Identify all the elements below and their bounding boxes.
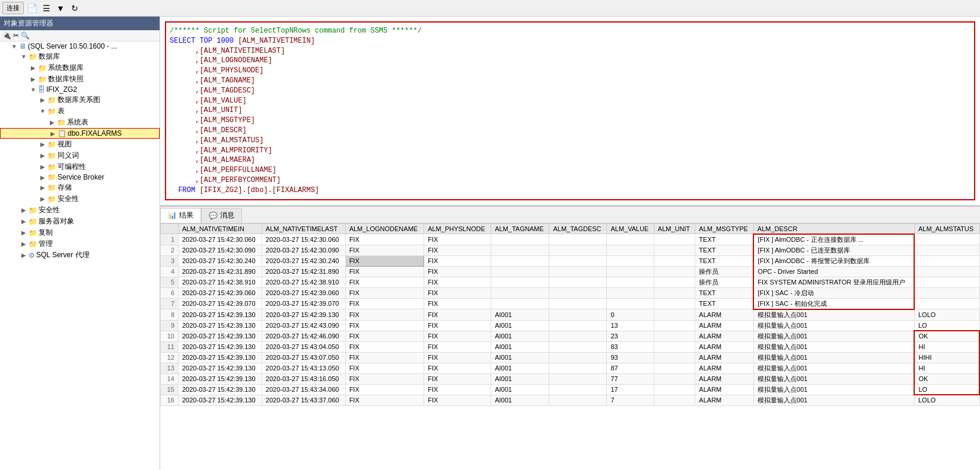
- cell-unit: [654, 234, 695, 245]
- results-table-wrapper[interactable]: ALM_NATIVETIMEIN ALM_NATIVETIMELAST ALM_…: [160, 223, 980, 470]
- sidebar-item-tables[interactable]: ▼ 📁 表: [0, 105, 160, 117]
- results-area: 📊 结果 💬 消息 ALM_NATIVETIMEIN ALM_NATIVETIM…: [160, 207, 980, 470]
- folder-icon: 📁: [47, 152, 56, 160]
- views-label: 视图: [58, 139, 72, 149]
- cell-value: 0: [607, 309, 654, 321]
- cell-tagdesc: [549, 309, 607, 321]
- expand-icon-db-snapshots: ▶: [28, 76, 38, 82]
- cell-msgtype: TEXT: [695, 234, 754, 245]
- sidebar-item-server-objects[interactable]: ▶ 📁 服务器对象: [0, 216, 160, 227]
- cell-descr: 模拟量输入点001: [753, 309, 914, 321]
- sql-line-4: ,[ALM_PHYSLNODE]: [170, 66, 971, 76]
- connect-toolbar-icon[interactable]: 🔌: [2, 31, 11, 40]
- cell-physnode: FIX: [424, 331, 491, 341]
- sql-editor-inner[interactable]: /****** Script for SelectTopNRows comman…: [165, 21, 975, 200]
- cell-rownum: 13: [161, 363, 179, 373]
- connect-button[interactable]: 连接: [2, 2, 24, 14]
- sidebar-item-views[interactable]: ▶ 📁 视图: [0, 139, 160, 150]
- cell-value: 23: [607, 331, 654, 341]
- cell-value: 13: [607, 320, 654, 331]
- cell-unit: [654, 287, 695, 298]
- databases-label: 数据库: [39, 52, 60, 62]
- expand-icon-management: ▶: [19, 241, 28, 247]
- cell-unit: [654, 341, 695, 352]
- sidebar-item-service-broker[interactable]: ▶ 📁 Service Broker: [0, 172, 160, 182]
- table-row: 122020-03-27 15:42:39.1302020-03-27 15:4…: [161, 352, 980, 363]
- sidebar-item-db-snapshots[interactable]: ▶ 📁 数据库快照: [0, 73, 160, 85]
- folder-icon: 📁: [47, 96, 56, 104]
- ifix-zg2-label: IFIX_ZG2: [46, 85, 77, 94]
- col-physnode-header: ALM_PHYSLNODE: [424, 223, 491, 234]
- cell-timelast: 2020-03-27 15:42:30.240: [262, 255, 345, 266]
- cell-tagdesc: [549, 341, 607, 352]
- folder-icon: 📁: [47, 184, 56, 192]
- cell-unit: [654, 245, 695, 255]
- sidebar-item-storage[interactable]: ▶ 📁 存储: [0, 182, 160, 193]
- cell-value: [607, 277, 654, 287]
- cell-timein: 2020-03-27 15:42:39.130: [179, 320, 262, 331]
- refresh-icon[interactable]: ↻: [69, 2, 81, 14]
- sidebar-item-db-diagrams[interactable]: ▶ 📁 数据库关系图: [0, 94, 160, 105]
- sidebar-item-security-db[interactable]: ▶ 📁 安全性: [0, 193, 160, 204]
- cell-almstatus: OK: [914, 373, 979, 384]
- folder-icon: 📁: [38, 64, 47, 72]
- sidebar-item-synonyms[interactable]: ▶ 📁 同义词: [0, 150, 160, 161]
- list-icon[interactable]: ☰: [40, 2, 52, 14]
- disconnect-toolbar-icon[interactable]: ✂: [13, 31, 19, 40]
- cell-unit: [654, 363, 695, 373]
- cell-timein: 2020-03-27 15:42:30.240: [179, 255, 262, 266]
- sidebar-item-programmability[interactable]: ▶ 📁 可编程性: [0, 161, 160, 172]
- folder-icon: 📁: [47, 140, 56, 149]
- table-row: 162020-03-27 15:42:39.1302020-03-27 15:4…: [161, 395, 980, 405]
- cell-rownum: 4: [161, 266, 179, 277]
- sql-line-12: ,[ALM_ALMPRIORITY]: [170, 146, 971, 156]
- folder-icon: 📁: [38, 75, 47, 84]
- sidebar-item-sys-tables[interactable]: ▶ 📁 系统表: [0, 117, 160, 128]
- sidebar-item-dbo-fixalarms[interactable]: ▶ 📋 dbo.FIXALARMS: [0, 128, 160, 139]
- tab-messages-label: 消息: [220, 210, 234, 220]
- filter-toolbar-icon[interactable]: 🔍: [21, 31, 30, 40]
- security-db-label: 安全性: [58, 194, 79, 204]
- cell-timein: 2020-03-27 15:42:39.130: [179, 395, 262, 405]
- cell-value: 7: [607, 395, 654, 405]
- sql-line-7: ,[ALM_VALUE]: [170, 96, 971, 106]
- cell-msgtype: TEXT: [695, 287, 754, 298]
- sidebar-item-security[interactable]: ▶ 📁 安全性: [0, 204, 160, 216]
- cell-rownum: 5: [161, 277, 179, 287]
- sidebar-item-system-dbs[interactable]: ▶ 📁 系统数据库: [0, 62, 160, 73]
- cell-msgtype: ALARM: [695, 363, 754, 373]
- filter-icon[interactable]: ▼: [55, 2, 66, 14]
- cell-descr: 模拟量输入点001: [753, 384, 914, 395]
- cell-rownum: 12: [161, 352, 179, 363]
- sidebar-item-ifix-zg2[interactable]: ▼ 🗄 IFIX_ZG2: [0, 85, 160, 94]
- cell-timelast: 2020-03-27 15:43:34.060: [262, 384, 345, 395]
- new-query-icon[interactable]: 📄: [26, 2, 38, 14]
- server-objects-label: 服务器对象: [39, 216, 74, 226]
- tab-results[interactable]: 📊 结果: [160, 208, 201, 223]
- cell-timelast: 2020-03-27 15:42:39.070: [262, 298, 345, 309]
- cell-tagname: AI001: [491, 341, 549, 352]
- cell-msgtype: ALARM: [695, 395, 754, 405]
- expand-icon-service-broker: ▶: [38, 174, 47, 181]
- sidebar-item-replication[interactable]: ▶ 📁 复制: [0, 227, 160, 238]
- management-label: 管理: [39, 239, 53, 249]
- table-row: 102020-03-27 15:42:39.1302020-03-27 15:4…: [161, 331, 980, 341]
- tab-messages[interactable]: 💬 消息: [201, 208, 242, 223]
- sidebar-item-server[interactable]: ▼ 🖥 (SQL Server 10.50.1600 - ...: [0, 41, 160, 51]
- sidebar-item-management[interactable]: ▶ 📁 管理: [0, 238, 160, 250]
- table-icon: 📋: [58, 129, 66, 138]
- sidebar-item-sql-agent[interactable]: ▶ ⚙ SQL Server 代理: [0, 250, 160, 261]
- cell-tagname: [491, 266, 549, 277]
- sql-line-3: ,[ALM_LOGNODENAME]: [170, 56, 971, 66]
- sql-line-13: ,[ALM_ALMAERA]: [170, 155, 971, 165]
- cell-unit: [654, 277, 695, 287]
- sidebar-item-databases[interactable]: ▼ 📁 数据库: [0, 51, 160, 62]
- cell-lognode: FIX: [345, 309, 424, 321]
- cell-timelast: 2020-03-27 15:42:30.090: [262, 245, 345, 255]
- expand-icon-security-db: ▶: [38, 196, 47, 202]
- results-table: ALM_NATIVETIMEIN ALM_NATIVETIMELAST ALM_…: [160, 223, 980, 406]
- cell-tagdesc: [549, 395, 607, 405]
- cell-unit: [654, 395, 695, 405]
- cell-physnode: FIX: [424, 363, 491, 373]
- cell-unit: [654, 384, 695, 395]
